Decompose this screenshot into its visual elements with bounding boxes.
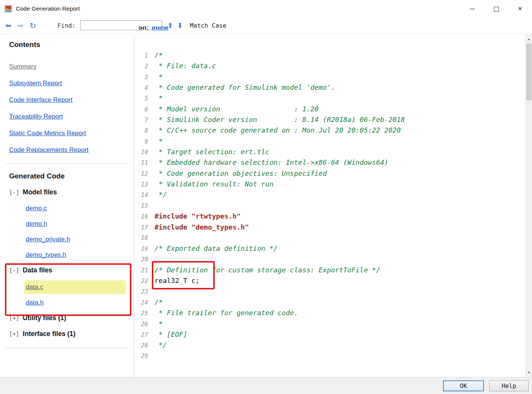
- file-link-demo-h[interactable]: demo.h: [26, 220, 47, 227]
- line-number: 12: [134, 169, 148, 179]
- line-text: * File trailer for generated code.: [154, 308, 298, 318]
- code-lines: 1/*2 * File: data.c3 *4 * Code generated…: [134, 34, 532, 361]
- line-number: 10: [134, 147, 148, 158]
- sidebar-divider-top: [6, 163, 129, 164]
- contents-link-code-interface-report[interactable]: Code Interface Report: [9, 97, 134, 103]
- app-icon: [5, 5, 12, 13]
- code-line: 24/*: [134, 297, 532, 308]
- code-line: 13 * Validation result: Not run: [134, 179, 532, 189]
- line-number: 13: [134, 179, 148, 190]
- line-number: 25: [134, 308, 148, 319]
- tree-group-interface-files-1: [+]Interface files (1): [9, 330, 134, 338]
- maximize-icon[interactable]: □: [484, 0, 508, 17]
- code-line: 29: [134, 351, 532, 361]
- file-link-demo-private-h[interactable]: demo_private.h: [26, 236, 70, 243]
- contents-links: SummarySubsystem ReportCode Interface Re…: [9, 63, 134, 153]
- tree-file-row: demo_types.h: [26, 252, 134, 258]
- tree-expander-icon[interactable]: [+]: [9, 315, 19, 322]
- code-line: 6 * Model version : 1.20: [134, 104, 532, 114]
- line-text: * Simulink Coder version : 8.14 (R2018a)…: [154, 114, 405, 125]
- line-text: /*: [154, 297, 163, 308]
- forward-icon[interactable]: ➡: [17, 22, 23, 29]
- line-text: *: [154, 72, 163, 82]
- line-text: * Target selection: ert.tlc: [154, 147, 269, 157]
- line-number: 7: [134, 115, 148, 125]
- file-link-demo-types-h[interactable]: demo_types.h: [26, 251, 66, 258]
- code-line: 15: [134, 200, 532, 211]
- line-number: 22: [134, 276, 148, 286]
- contents-link-summary[interactable]: Summary: [9, 63, 134, 70]
- scroll-down-icon[interactable]: ▼: [526, 369, 532, 376]
- contents-link-code-replacements-report[interactable]: Code Replacements Report: [9, 147, 134, 153]
- toolbar: ⬅ ➡ ↻ Find: ⬆ ⬇ Match Case: [0, 17, 532, 34]
- clipped-page-header: Sh:inline: [138, 27, 168, 34]
- file-link-data-c[interactable]: data.c: [26, 283, 43, 291]
- vertical-scrollbar[interactable]: ▲ ▼: [526, 34, 532, 377]
- scroll-up-icon[interactable]: ▲: [526, 35, 532, 43]
- contents-link-subsystem-report[interactable]: Subsystem Report: [9, 80, 134, 87]
- line-text: * [EOF]: [154, 329, 187, 340]
- tree-expander-icon[interactable]: [-]: [9, 189, 19, 196]
- code-line: 17#include "demo_types.h": [134, 222, 532, 233]
- line-number: 18: [134, 233, 148, 243]
- clipped-header-link[interactable]: inline: [151, 27, 168, 31]
- contents-heading: Contents: [9, 41, 134, 49]
- main-area: Contents SummarySubsystem ReportCode Int…: [0, 34, 532, 377]
- code-line: 21/* Definition for custom storage class…: [134, 265, 532, 275]
- code-generation-report-window: Code Generation Report — □ ✕ ⬅ ➡ ↻ Find:…: [0, 0, 532, 394]
- line-number: 3: [134, 72, 148, 83]
- match-case-toggle[interactable]: Match Case: [190, 22, 226, 29]
- line-text: * File: data.c: [154, 61, 216, 71]
- back-icon[interactable]: ⬅: [5, 22, 11, 29]
- ok-button[interactable]: OK: [443, 380, 484, 391]
- close-icon[interactable]: ✕: [508, 0, 532, 17]
- line-text: *: [154, 136, 163, 147]
- line-text: *: [154, 319, 163, 329]
- file-link-demo-c[interactable]: demo.c: [26, 205, 47, 212]
- code-line: 27 * [EOF]: [134, 329, 532, 340]
- window-controls: — □ ✕: [460, 0, 532, 17]
- line-number: 5: [134, 93, 148, 104]
- tree-expander-icon[interactable]: [-]: [9, 267, 19, 274]
- line-number: 28: [134, 340, 148, 351]
- line-text: */: [154, 189, 167, 200]
- code-line: 25 * File trailer for generated code.: [134, 308, 532, 318]
- code-line: 2 * File: data.c: [134, 61, 532, 71]
- titlebar: Code Generation Report — □ ✕: [0, 0, 532, 17]
- tree-expander-icon[interactable]: [+]: [9, 331, 19, 338]
- line-number: 24: [134, 297, 148, 308]
- help-button[interactable]: Help: [489, 380, 529, 391]
- code-line: 1/*: [134, 50, 532, 61]
- code-line: 5 *: [134, 93, 532, 103]
- line-number: 1: [134, 50, 148, 61]
- contents-link-static-code-metrics-report[interactable]: Static Code Metrics Report: [9, 130, 134, 137]
- footer-bar: OK Help: [0, 377, 532, 394]
- line-text: * C/C++ source code generated on : Mon J…: [154, 125, 401, 136]
- code-line: 18: [134, 233, 532, 243]
- line-number: 26: [134, 319, 148, 330]
- line-number: 15: [134, 200, 148, 211]
- code-line: 7 * Simulink Coder version : 8.14 (R2018…: [134, 114, 532, 125]
- line-number: 23: [134, 286, 148, 297]
- contents-link-traceability-report[interactable]: Traceability Report: [9, 113, 134, 120]
- code-line: 10 * Target selection: ert.tlc: [134, 147, 532, 157]
- line-number: 16: [134, 211, 148, 222]
- tree-group-data-files: [-]Data files: [9, 266, 134, 274]
- scrollbar-thumb[interactable]: [526, 44, 532, 100]
- file-link-data-h[interactable]: data.h: [26, 299, 44, 306]
- line-number: 17: [134, 222, 148, 233]
- code-line: 8 * C/C++ source code generated on : Mon…: [134, 125, 532, 136]
- tree-group-model-files: [-]Model files: [9, 188, 134, 196]
- line-text: *: [154, 93, 163, 103]
- code-line: 23: [134, 286, 532, 297]
- find-label: Find:: [57, 22, 75, 29]
- sidebar: Contents SummarySubsystem ReportCode Int…: [0, 34, 134, 377]
- minimize-icon[interactable]: —: [460, 0, 484, 17]
- line-number: 27: [134, 330, 148, 340]
- find-next-icon[interactable]: ⬇: [177, 22, 183, 29]
- line-text: #include "rtwtypes.h": [154, 211, 241, 222]
- refresh-icon[interactable]: ↻: [30, 22, 36, 30]
- line-text: real32_T c;: [154, 275, 200, 286]
- tree-file-row: data.c: [24, 280, 126, 294]
- code-line: 11 * Embedded hardware selection: Intel-…: [134, 157, 532, 168]
